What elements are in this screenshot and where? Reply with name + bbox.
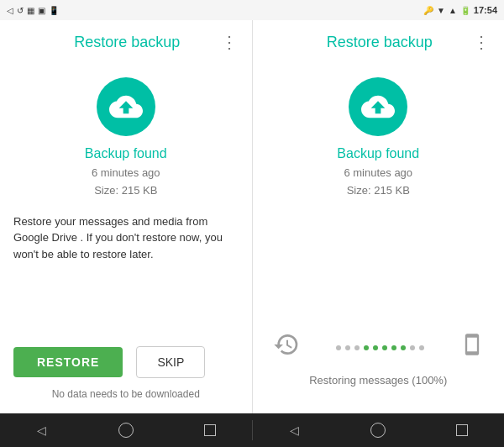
dot-7 [391,345,396,350]
no-download-text: No data needs to be downloaded [52,388,200,400]
cloud-upload-icon-2 [349,77,407,136]
recent-nav-icon-2 [456,424,468,436]
refresh-icon: ↺ [17,6,24,15]
dot-10 [419,345,424,350]
recent-nav-button-2[interactable] [445,413,479,447]
nav-bar: ◁ ◁ [0,413,504,447]
screen1-title: Restore backup [34,34,221,51]
status-bar: ◁ ↺ ▦ ▣ 📱 🔑 ▼ ▲ 🔋 17:54 [0,0,504,20]
status-bar-left-icons: ◁ ↺ ▦ ▣ 📱 [7,6,59,15]
cloud-svg-1 [109,90,143,124]
phone-icon [460,333,484,362]
app-icon: ▣ [38,6,45,15]
size-1: Size: 215 KB [92,182,160,200]
skip-button[interactable]: SKIP [136,346,205,378]
dot-4 [364,345,369,350]
back-nav-button-2[interactable]: ◁ [277,413,311,447]
status-bar-right-icons: 🔑 ▼ ▲ 🔋 17:54 [423,5,497,15]
description-text-1: Restore your messages and media from Goo… [13,213,239,263]
screens-container: Restore backup ⋮ Backup found 6 minutes … [0,20,504,413]
home-nav-button[interactable] [109,413,143,447]
backup-found-label-1: Backup found [85,146,167,161]
back-nav-icon-2: ◁ [290,423,299,437]
history-icon [273,331,300,364]
phone-status-icon: 📱 [49,6,59,15]
screen2-menu-icon[interactable]: ⋮ [473,32,491,52]
backup-meta-1: 6 minutes ago Size: 215 KB [92,165,160,200]
backup-found-label-2: Backup found [337,146,419,161]
camera-icon: ▦ [27,6,34,15]
back-nav-icon: ◁ [37,423,46,437]
cloud-svg-2 [361,90,395,124]
nav-section-left: ◁ [0,413,252,447]
backup-meta-2: 6 minutes ago Size: 215 KB [344,165,412,200]
dot-2 [345,345,350,350]
dot-8 [401,345,406,350]
progress-area: Restoring messages (100%) [266,331,491,387]
key-icon: 🔑 [423,6,433,15]
screen-2: Restore backup ⋮ Backup found 6 minutes … [253,20,505,413]
time-ago-2: 6 minutes ago [344,165,412,182]
home-nav-icon-2 [370,423,386,438]
restoring-text: Restoring messages (100%) [273,374,485,387]
dot-5 [373,345,378,350]
screen-1: Restore backup ⋮ Backup found 6 minutes … [0,20,252,413]
dot-6 [382,345,387,350]
home-nav-icon [118,423,134,438]
signal-icon: ▲ [449,6,457,15]
recent-nav-button[interactable] [193,413,227,447]
progress-track [273,331,485,364]
wifi-icon: ▼ [437,6,445,15]
size-2: Size: 215 KB [344,182,412,200]
restore-button[interactable]: RESTORE [13,347,123,377]
screen2-content: Backup found 6 minutes ago Size: 215 KB [253,64,505,413]
progress-dots [300,345,461,350]
back-icon: ◁ [7,6,13,15]
app-bar-1: Restore backup ⋮ [0,20,252,64]
buttons-row: RESTORE SKIP [13,329,239,378]
recent-nav-icon [204,424,216,436]
home-nav-button-2[interactable] [361,413,395,447]
app-bar-2: Restore backup ⋮ [253,20,505,64]
cloud-upload-icon-1 [97,77,155,136]
screen2-title: Restore backup [286,34,474,51]
back-nav-button[interactable]: ◁ [25,413,59,447]
battery-icon: 🔋 [460,6,470,15]
nav-section-right: ◁ [253,413,505,447]
dot-1 [336,345,341,350]
time-display: 17:54 [474,5,497,15]
dot-9 [410,345,415,350]
screen1-menu-icon[interactable]: ⋮ [221,32,239,52]
dot-3 [354,345,360,350]
screen1-content: Backup found 6 minutes ago Size: 215 KB … [0,64,252,413]
time-ago-1: 6 minutes ago [92,165,160,182]
